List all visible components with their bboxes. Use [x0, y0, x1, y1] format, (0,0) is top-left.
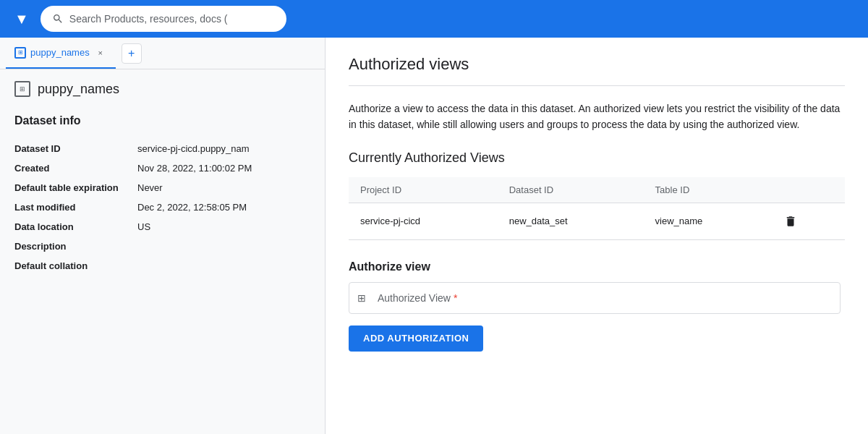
currently-authorized-heading: Currently Authorized Views: [349, 150, 845, 166]
info-value: [137, 237, 310, 256]
tab-close-button[interactable]: ×: [94, 46, 107, 59]
info-table-row: Default collation: [14, 256, 310, 276]
info-value: US: [137, 217, 310, 237]
main-layout: ⊞ puppy_names × + ⊞ puppy_names Dataset …: [0, 38, 868, 434]
info-table-row: Description: [14, 237, 310, 256]
info-table: Dataset ID service-pj-cicd.puppy_nam Cre…: [14, 139, 310, 276]
info-table-row: Data location US: [14, 217, 310, 237]
info-label: Default collation: [14, 256, 137, 276]
delete-row-button[interactable]: [781, 212, 800, 231]
info-value: Never: [137, 178, 310, 197]
auth-table-header: Dataset ID: [498, 177, 644, 203]
auth-table-header: Project ID: [349, 177, 498, 203]
page-title: Authorized views: [349, 55, 845, 74]
info-value: Nov 28, 2022, 11:00:02 PM: [137, 158, 310, 178]
delete-cell: [770, 203, 845, 239]
auth-table-row: service-pj-cicd new_data_set view_name: [349, 203, 845, 239]
auth-table-header: Table ID: [644, 177, 770, 203]
dataset-header: ⊞ puppy_names: [0, 69, 325, 109]
authorized-views-table: Project IDDataset IDTable ID service-pj-…: [349, 177, 845, 240]
left-panel: ⊞ puppy_names × + ⊞ puppy_names Dataset …: [0, 38, 326, 434]
info-label: Dataset ID: [14, 139, 137, 158]
table-id-cell: view_name: [644, 203, 770, 239]
info-label: Created: [14, 158, 137, 178]
dataset-header-icon: ⊞: [14, 81, 30, 97]
info-table-row: Default table expiration Never: [14, 178, 310, 197]
info-table-row: Last modified Dec 2, 2022, 12:58:05 PM: [14, 197, 310, 217]
info-label: Default table expiration: [14, 178, 137, 197]
info-value: service-pj-cicd.puppy_nam: [137, 139, 310, 158]
nav-dropdown-arrow[interactable]: ▼: [9, 8, 35, 30]
tab-bar: ⊞ puppy_names × +: [0, 38, 325, 69]
search-placeholder-text: Search Products, resources, docs (: [69, 13, 228, 25]
dataset-info-section: Dataset info Dataset ID service-pj-cicd.…: [0, 109, 325, 290]
dataset-id-cell: new_data_set: [498, 203, 644, 239]
info-table-row: Dataset ID service-pj-cicd.puppy_nam: [14, 139, 310, 158]
tab-add-button[interactable]: +: [122, 43, 142, 64]
project-id-cell: service-pj-cicd: [349, 203, 498, 239]
info-label: Last modified: [14, 197, 137, 217]
auth-table-header: [770, 177, 845, 203]
info-value: [137, 256, 310, 276]
authorized-view-input-wrapper: ⊞ Authorized View*: [349, 282, 841, 314]
info-label: Data location: [14, 217, 137, 237]
search-icon: [52, 13, 64, 25]
add-authorization-button[interactable]: ADD AUTHORIZATION: [349, 326, 483, 352]
dataset-tab[interactable]: ⊞ puppy_names ×: [6, 38, 116, 69]
info-table-row: Created Nov 28, 2022, 11:00:02 PM: [14, 158, 310, 178]
authorized-view-input[interactable]: [349, 282, 841, 314]
input-grid-icon: ⊞: [357, 292, 366, 304]
dataset-title: puppy_names: [38, 82, 119, 97]
search-bar[interactable]: Search Products, resources, docs (: [41, 6, 286, 32]
trash-icon: [784, 215, 797, 228]
description-text: Authorize a view to access the data in t…: [349, 101, 841, 133]
dataset-info-title: Dataset info: [14, 114, 310, 127]
right-panel: Authorized views Authorize a view to acc…: [326, 38, 868, 434]
authorize-section-title: Authorize view: [349, 260, 845, 273]
tab-label: puppy_names: [30, 47, 90, 58]
info-label: Description: [14, 237, 137, 256]
top-nav: ▼ Search Products, resources, docs (: [0, 0, 868, 38]
info-value: Dec 2, 2022, 12:58:05 PM: [137, 197, 310, 217]
tab-dataset-icon: ⊞: [14, 47, 26, 59]
title-divider: [349, 85, 845, 86]
